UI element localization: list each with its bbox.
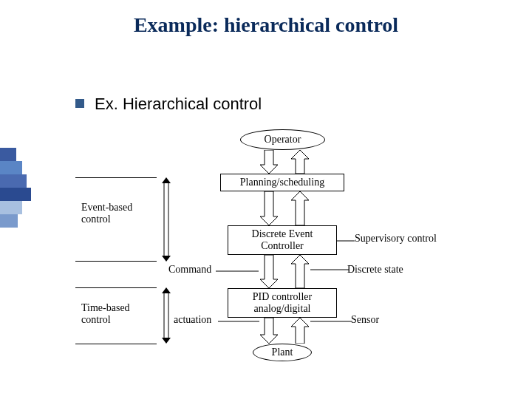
double-arrow-icon bbox=[161, 177, 171, 262]
bracket-line bbox=[75, 177, 157, 178]
connector-icon bbox=[310, 319, 352, 324]
node-plant-label: Plant bbox=[272, 347, 293, 358]
svg-marker-13 bbox=[291, 255, 309, 288]
sidebar-stripe bbox=[0, 201, 22, 214]
subheading: Ex. Hierarchical control bbox=[95, 95, 262, 114]
node-pid: PID controller analog/digital bbox=[228, 288, 337, 318]
node-planning: Planning/scheduling bbox=[220, 174, 344, 191]
svg-marker-10 bbox=[260, 191, 278, 225]
connector-icon bbox=[337, 239, 355, 243]
node-dec: Discrete Event Controller bbox=[228, 225, 337, 255]
connector-icon bbox=[218, 319, 259, 324]
label-sensor: Sensor bbox=[351, 314, 379, 326]
bracket-line bbox=[75, 287, 157, 288]
label-event-based: Event-based control bbox=[81, 202, 132, 225]
sidebar-stripe bbox=[0, 148, 16, 161]
node-plant: Plant bbox=[253, 344, 312, 361]
decorative-sidebar bbox=[0, 148, 31, 228]
svg-marker-9 bbox=[291, 150, 309, 174]
label-time-based: Time-based control bbox=[81, 302, 130, 326]
node-pid-label: PID controller analog/digital bbox=[253, 291, 312, 315]
diagram-area: Operator Planning/scheduling Discrete Ev… bbox=[59, 122, 502, 388]
block-arrow-icon bbox=[259, 191, 310, 225]
bullet-icon bbox=[75, 99, 84, 108]
svg-marker-7 bbox=[162, 338, 171, 344]
sidebar-stripe bbox=[0, 161, 22, 174]
svg-marker-12 bbox=[260, 255, 278, 288]
bracket-line bbox=[75, 344, 157, 344]
svg-marker-8 bbox=[260, 150, 278, 174]
label-command: Command bbox=[168, 264, 211, 276]
svg-marker-15 bbox=[291, 318, 309, 344]
sidebar-stripe bbox=[0, 188, 31, 201]
label-discrete-state: Discrete state bbox=[347, 264, 403, 276]
svg-marker-2 bbox=[162, 177, 171, 183]
svg-marker-11 bbox=[291, 191, 309, 225]
label-actuation: actuation bbox=[174, 314, 211, 326]
node-planning-label: Planning/scheduling bbox=[240, 177, 324, 188]
svg-marker-14 bbox=[260, 318, 278, 344]
double-arrow-icon bbox=[161, 287, 171, 344]
slide-title: Example: hierarchical control bbox=[0, 13, 532, 37]
node-dec-label: Discrete Event Controller bbox=[252, 228, 313, 252]
connector-icon bbox=[310, 267, 349, 272]
node-operator: Operator bbox=[240, 129, 325, 150]
svg-marker-6 bbox=[162, 287, 171, 293]
block-arrow-icon bbox=[259, 255, 310, 288]
svg-marker-3 bbox=[162, 256, 171, 262]
block-arrow-icon bbox=[259, 318, 310, 344]
sidebar-stripe bbox=[0, 174, 27, 188]
block-arrow-icon bbox=[259, 150, 310, 174]
bracket-line bbox=[75, 261, 157, 262]
label-supervisory: Supervisory control bbox=[355, 233, 437, 245]
connector-icon bbox=[216, 269, 259, 273]
node-operator-label: Operator bbox=[265, 134, 301, 146]
sidebar-stripe bbox=[0, 214, 18, 228]
